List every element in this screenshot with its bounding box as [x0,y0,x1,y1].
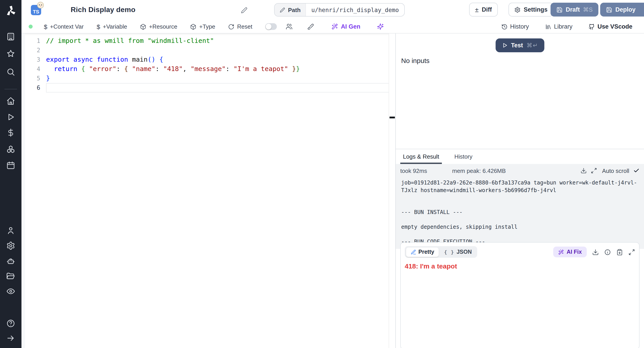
dollar-icon: $ [96,23,100,30]
user-icon[interactable] [6,226,15,235]
line-number: 6 [22,83,46,92]
cubes-icon[interactable] [6,145,15,154]
deploy-main[interactable]: Deploy [600,6,641,13]
arrow-right-icon[interactable] [6,334,15,343]
add-context-var-button[interactable]: $ +Context Var [44,23,84,30]
mem-peak-label: mem peak: 6.426MB [452,167,506,174]
code-text[interactable] [46,83,389,92]
typescript-bun-badge-icon: TS [31,5,41,15]
sidebar [0,0,22,348]
log-meta-row: took 92ms mem peak: 6.426MB Auto scroll [396,164,644,177]
editor-toolbar: $ +Context Var $ +Variable +Resource +Ty… [22,20,644,33]
building-icon[interactable] [6,32,15,41]
add-resource-button[interactable]: +Resource [140,23,177,30]
result-card: Pretty { } JSON AI Fix [400,242,640,348]
search-icon[interactable] [6,67,15,76]
bun-runtime-icon [37,2,44,8]
tab-history[interactable]: History [454,149,472,164]
use-vscode-button[interactable]: Use VScode [588,23,632,30]
format-brush-icon[interactable] [307,23,314,30]
line-number: 5 [22,74,46,83]
result-tabs: Logs & Result History [396,149,644,164]
settings-button[interactable]: Settings [508,3,554,16]
dollar-icon[interactable] [6,128,15,137]
package-icon [140,23,146,30]
calendar-icon[interactable] [6,161,15,170]
ai-gen-button[interactable]: AI Gen [329,23,363,30]
test-button[interactable]: Test ⌘↵ [495,38,544,52]
code-text[interactable]: export async function main() { [46,55,389,64]
star-icon[interactable] [6,49,15,58]
help-icon[interactable] [6,319,15,328]
library-icon [545,23,551,30]
path-field[interactable]: Path u/henri/rich_display_demo [274,3,405,16]
reset-button[interactable]: Reset [228,23,252,30]
code-line-3[interactable]: 3export async function main() { [22,55,389,64]
editor-scrollbar[interactable] [389,33,395,348]
github-icon [588,23,595,30]
line-number: 2 [22,46,46,55]
draft-shortcut: ⌘S [583,6,592,13]
history-button[interactable]: History [501,23,529,30]
windmill-logo-icon[interactable] [5,5,16,16]
line-number: 4 [22,64,46,74]
overview-ruler-cursor [390,117,395,118]
path-value: u/henri/rich_display_demo [306,3,404,16]
code-line-1[interactable]: 1// import * as wmill from "windmill-cli… [22,36,389,46]
home-icon[interactable] [6,97,15,105]
tab-logs-result[interactable]: Logs & Result [403,149,439,164]
log-block: took 92ms mem peak: 6.426MB Auto scroll … [396,164,644,249]
history-clock-icon [501,23,507,30]
folder-icon[interactable] [6,272,15,281]
code-text[interactable] [46,46,389,55]
library-button[interactable]: Library [545,23,572,30]
download-result-icon[interactable] [592,249,599,255]
add-variable-button[interactable]: $ +Variable [96,23,127,30]
rotate-cw-icon [228,23,234,30]
no-inputs-label: No inputs [401,57,430,64]
error-result-text: 418: I'm a teapot [405,262,635,270]
expand-logs-icon[interactable] [591,168,597,174]
code-editor[interactable]: 1// import * as wmill from "windmill-cli… [22,33,395,348]
expand-result-icon[interactable] [628,249,635,255]
plus-minus-icon: ± [475,6,478,13]
code-text[interactable]: // import * as wmill from "windmill-clie… [46,36,389,46]
download-logs-icon[interactable] [581,168,587,174]
header: TS Rich Display demo Path u/henri/rich_d… [22,0,644,20]
code-text[interactable]: return { "error": { "name": "418", "mess… [46,64,389,74]
auto-scroll-label[interactable]: Auto scroll [602,167,629,174]
copy-clipboard-icon[interactable] [616,249,623,255]
code-text[interactable]: } [46,74,389,83]
diff-button[interactable]: ± Diff [469,3,498,16]
logs-section: Logs & Result History took 92ms mem peak… [396,149,644,348]
code-line-6[interactable]: 6 [22,83,389,92]
draft-button[interactable]: Draft ⌘S [550,3,598,16]
edit-summary-pencil-icon[interactable] [240,6,249,16]
sparkles-icon[interactable] [377,23,384,30]
multiplayer-users-icon[interactable] [286,23,292,30]
diff-mode-toggle[interactable] [265,23,277,30]
play-icon [502,42,507,48]
result-view-switch: Pretty { } JSON [405,246,478,258]
info-icon[interactable] [604,249,611,255]
pretty-view-button[interactable]: Pretty [406,247,439,257]
code-line-5[interactable]: 5} [22,74,389,83]
eye-icon[interactable] [6,287,15,296]
page-title: Rich Display demo [71,6,136,14]
save-icon [556,6,562,13]
job-log-text: job=01912d81-22a9-262e-8880-6bf3a137ca9a… [396,177,644,247]
run-panel: Test ⌘↵ No inputs Logs & Result History … [395,33,644,348]
add-type-button[interactable]: +Type [190,23,215,30]
braces-icon: { } [444,249,454,255]
play-icon[interactable] [6,113,15,122]
status-dot [28,24,33,29]
path-label[interactable]: Path [274,3,306,16]
robot-icon[interactable] [6,257,15,266]
code-area[interactable]: 1// import * as wmill from "windmill-cli… [22,33,389,348]
code-line-2[interactable]: 2 [22,46,389,55]
settings-icon[interactable] [6,241,15,250]
ai-fix-button[interactable]: AI Fix [553,247,587,257]
deploy-button[interactable]: Deploy [600,3,644,16]
code-line-4[interactable]: 4 return { "error": { "name": "418", "me… [22,64,389,74]
json-view-button[interactable]: { } JSON [440,247,476,257]
